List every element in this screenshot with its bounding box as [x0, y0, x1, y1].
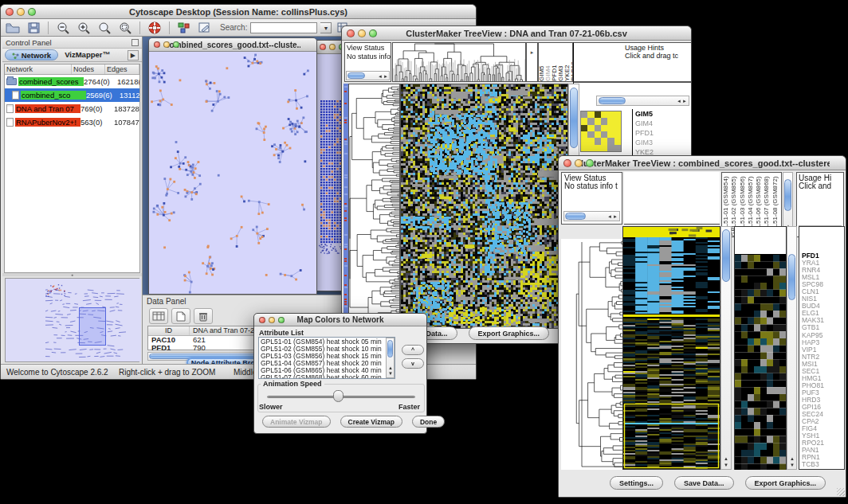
more-tabs-icon[interactable]: ▶ — [128, 50, 139, 61]
move-down-button[interactable]: v — [402, 358, 424, 369]
heatmap-cell[interactable] — [601, 138, 607, 144]
heatmap-cell[interactable] — [607, 111, 614, 118]
close-button[interactable] — [563, 159, 571, 167]
heatmap-cell[interactable] — [581, 118, 587, 124]
treeview1-button-1[interactable]: Export Graphics... — [469, 326, 550, 340]
heatmap-cell[interactable] — [587, 111, 594, 118]
panel-divider[interactable]: ● — [2, 273, 142, 276]
scroll-left-icon[interactable]: ◄ — [677, 99, 681, 104]
resize-grip[interactable] — [837, 488, 845, 496]
save-icon[interactable] — [25, 21, 42, 35]
scroll-right-icon[interactable]: ► — [613, 214, 618, 220]
heatmap-cell[interactable] — [614, 111, 621, 118]
heatmap-cell[interactable] — [607, 138, 614, 144]
minimize-button[interactable] — [329, 44, 336, 50]
minimize-button[interactable] — [358, 29, 366, 37]
heatmap-cell[interactable] — [614, 118, 621, 124]
help-icon[interactable] — [146, 21, 163, 35]
zoom-button[interactable] — [586, 159, 594, 167]
scroll-down-icon[interactable]: ▼ — [388, 371, 393, 377]
attribute-list-item[interactable]: GPL51-07 (GSM868) heat shock 60 min — [261, 374, 393, 379]
network1-graph[interactable] — [149, 52, 316, 295]
row-dendrogram[interactable] — [349, 84, 399, 328]
heatmap-cell[interactable] — [601, 118, 607, 124]
close-button[interactable] — [347, 29, 355, 37]
zoom-button[interactable] — [28, 8, 36, 16]
column-dendrogram[interactable] — [393, 43, 525, 81]
network-list-row[interactable]: RNAPuberNov2+!563(0)107847(0) — [5, 115, 139, 129]
view-status-scrollbar[interactable]: ◄ ► — [563, 211, 620, 221]
heatmap-cell[interactable] — [595, 138, 601, 144]
scroll-right-icon[interactable]: ► — [383, 74, 388, 80]
float-panel-icon[interactable] — [132, 39, 139, 46]
network-list-row[interactable]: combined_sco2569(6)13112(15) — [5, 88, 139, 102]
gene-label[interactable]: PFD1 — [635, 128, 688, 138]
vizmapper-icon[interactable] — [175, 21, 193, 35]
scroll-thumb[interactable] — [570, 88, 578, 148]
heatmap-cell[interactable] — [587, 138, 594, 144]
treeview1-titlebar[interactable]: ClusterMaker TreeView : DNA and Tran 07-… — [342, 26, 691, 41]
zoom-button[interactable] — [369, 29, 377, 37]
treeview2-button-0[interactable]: Settings... — [610, 476, 663, 490]
annotation-icon[interactable] — [196, 21, 214, 35]
network-list-row[interactable]: combined_scores2764(0)16218(0) — [5, 75, 139, 88]
close-button[interactable] — [6, 8, 14, 16]
heatmap-cell[interactable] — [601, 131, 607, 138]
scroll-down-icon[interactable]: ▼ — [790, 463, 795, 468]
open-file-icon[interactable] — [4, 21, 22, 35]
network1-titlebar[interactable]: combined_scores_good.txt--cluste... — [149, 38, 316, 52]
dialog-button-2[interactable]: Done — [412, 416, 445, 428]
tab-vizmapper[interactable]: VizMapper™ — [58, 49, 116, 61]
heatmap-cell[interactable] — [595, 125, 601, 131]
scroll-left-icon[interactable]: ◄ — [378, 74, 383, 80]
column-header-network[interactable]: Network — [5, 64, 72, 74]
heatmap-cell[interactable] — [614, 145, 621, 151]
treeview2-button-2[interactable]: Export Graphics... — [745, 476, 826, 490]
heatmap-cell[interactable] — [587, 131, 594, 138]
column-header-edges[interactable]: Edges — [105, 64, 139, 74]
gene-label[interactable]: PEP5 — [802, 468, 844, 470]
row-dendrogram[interactable] — [561, 239, 622, 470]
heatmap-cell[interactable] — [587, 125, 594, 131]
birdseye-viewport-rect[interactable] — [79, 307, 106, 346]
attribute-list-scrollbar[interactable]: ▲ ▼ — [386, 338, 395, 378]
close-button[interactable] — [259, 317, 265, 323]
scroll-thumb[interactable] — [387, 340, 393, 357]
heatmap-cell[interactable] — [587, 118, 594, 124]
scroll-thumb[interactable] — [565, 213, 586, 220]
gene-label[interactable]: GIM4 — [635, 119, 688, 128]
delete-attribute-icon[interactable] — [194, 308, 213, 324]
zoom-out-icon[interactable] — [54, 21, 72, 35]
heatmap-cell[interactable] — [595, 111, 601, 118]
attribute-select-icon[interactable] — [149, 308, 168, 324]
scroll-thumb[interactable] — [599, 97, 626, 104]
zoom-vscrollbar[interactable]: ▲ ▼ — [787, 226, 797, 470]
zoom-selected-icon[interactable] — [116, 21, 134, 35]
search-dropdown-icon[interactable]: ▼ — [320, 22, 332, 33]
column-header-nodes[interactable]: Nodes — [72, 64, 105, 74]
speed-slider-thumb[interactable] — [333, 390, 344, 402]
view-status-scrollbar[interactable]: ◄ ► — [346, 71, 390, 80]
heatmap-cell[interactable] — [595, 118, 601, 124]
main-heatmap[interactable] — [401, 84, 567, 328]
treeview2-titlebar[interactable]: ClusterMaker TreeView : combined_scores_… — [559, 156, 846, 170]
expand-columns-icon[interactable]: ▸ — [531, 49, 534, 55]
minimize-button[interactable] — [269, 317, 275, 323]
minimize-button[interactable] — [163, 41, 170, 48]
zoom-button[interactable] — [278, 317, 285, 323]
heatmap-cell[interactable] — [595, 145, 601, 151]
cytoscape-titlebar[interactable]: Cytoscape Desktop (Session Name: collins… — [1, 5, 476, 19]
birdseye-canvas[interactable] — [6, 279, 141, 361]
zoom-fit-icon[interactable] — [96, 21, 113, 35]
global-vscrollbar[interactable]: ▲ ▼ — [720, 226, 732, 470]
treeview2-button-1[interactable]: Save Data... — [674, 476, 734, 490]
search-input[interactable] — [250, 22, 317, 33]
heatmap-cell[interactable] — [614, 125, 621, 131]
dialog-titlebar[interactable]: Map Colors to Network — [254, 314, 426, 326]
scroll-down-icon[interactable]: ▼ — [724, 463, 728, 468]
scroll-right-icon[interactable]: ► — [682, 99, 687, 104]
heatmap-cell[interactable] — [614, 138, 621, 144]
heatmap-cell[interactable] — [595, 131, 601, 138]
heatmap-cell[interactable] — [581, 125, 587, 131]
zoom-button[interactable] — [173, 41, 179, 48]
